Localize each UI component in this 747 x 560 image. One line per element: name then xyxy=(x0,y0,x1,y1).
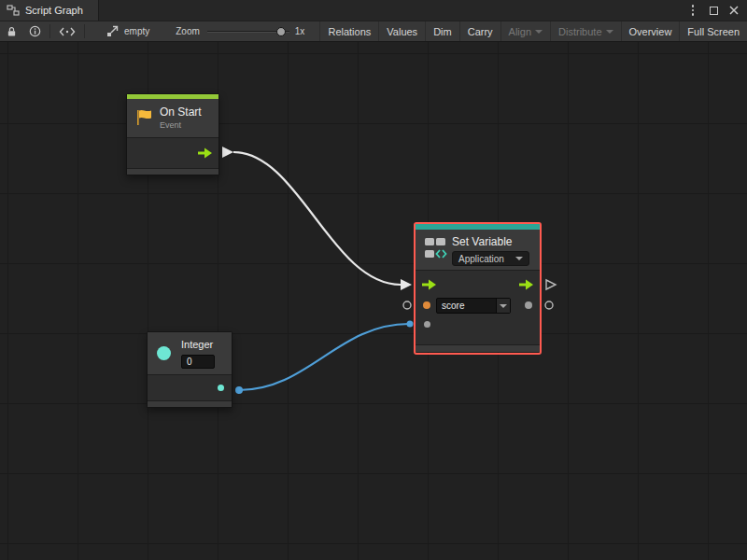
values-button[interactable]: Values xyxy=(378,21,425,41)
zoom-value-label: 1x xyxy=(295,26,305,36)
value-input-dot[interactable] xyxy=(424,321,430,328)
zoom-slider-handle[interactable] xyxy=(276,27,286,36)
integer-value-field[interactable]: 0 xyxy=(181,355,215,369)
value-output-dot[interactable] xyxy=(525,301,532,309)
variable-scope-value: Application xyxy=(458,254,504,264)
script-graph-icon xyxy=(7,4,20,17)
integer-value-output-port[interactable] xyxy=(235,386,243,394)
node-set-variable-selection: Set Variable Application xyxy=(414,222,542,355)
dropdown-caret-button[interactable] xyxy=(496,299,510,313)
dim-button[interactable]: Dim xyxy=(425,21,459,41)
chevron-down-icon xyxy=(500,304,507,308)
chevron-down-icon xyxy=(515,257,523,260)
node-set-variable[interactable]: Set Variable Application xyxy=(416,224,540,352)
close-button[interactable] xyxy=(726,3,741,18)
chevron-down-icon xyxy=(606,30,613,34)
lock-icon xyxy=(6,25,18,38)
set-variable-value-output-port[interactable] xyxy=(545,301,553,309)
toolbar-separator xyxy=(49,24,50,38)
flow-wire-end-arrow xyxy=(401,279,412,290)
info-icon xyxy=(29,25,41,37)
set-variable-icon xyxy=(422,235,448,261)
kebab-menu-icon xyxy=(692,5,695,16)
on-start-flow-output-port[interactable] xyxy=(222,147,233,158)
node-title: On Start xyxy=(160,105,202,119)
flag-icon xyxy=(134,108,155,127)
graph-name-label: empty xyxy=(124,26,149,36)
value-connection-wire[interactable] xyxy=(239,324,409,390)
script-graph-window: Script Graph xyxy=(0,0,747,560)
distribute-dropdown-button[interactable]: Distribute xyxy=(550,21,620,41)
node-header: Set Variable Application xyxy=(416,230,540,271)
tab-script-graph[interactable]: Script Graph xyxy=(0,0,99,21)
info-button[interactable] xyxy=(23,21,47,41)
maximize-icon xyxy=(710,7,718,15)
toolbar-button-group: Relations Values Dim Carry Align Distrib… xyxy=(319,21,747,41)
code-brackets-icon xyxy=(59,26,76,37)
window-controls xyxy=(685,0,747,21)
maximize-button[interactable] xyxy=(706,3,721,18)
toolbar-separator xyxy=(84,24,85,38)
carry-button[interactable]: Carry xyxy=(459,21,500,41)
value-wire-end-dot xyxy=(407,321,414,328)
align-dropdown-button[interactable]: Align xyxy=(500,21,550,41)
code-view-button[interactable] xyxy=(53,21,81,41)
integer-value: 0 xyxy=(182,356,214,368)
lock-button[interactable] xyxy=(0,21,23,41)
node-subtitle: Event xyxy=(160,120,181,130)
connection-layer xyxy=(0,42,747,560)
chevron-down-icon xyxy=(535,30,543,34)
integer-output-dot[interactable] xyxy=(218,385,224,391)
graph-breadcrumb-icon xyxy=(106,25,119,37)
window-tab-bar: Script Graph xyxy=(0,0,747,21)
relations-button[interactable]: Relations xyxy=(319,21,378,41)
flow-connection-wire[interactable] xyxy=(233,152,401,285)
graph-canvas[interactable]: On Start Event xyxy=(0,42,747,560)
node-body xyxy=(148,375,232,400)
flow-input-arrow-icon[interactable] xyxy=(421,279,437,290)
flow-output-arrow-icon[interactable] xyxy=(197,147,213,159)
variable-name-input-port[interactable] xyxy=(423,301,430,309)
node-header: On Start Event xyxy=(127,99,218,138)
flow-output-arrow-icon[interactable] xyxy=(518,279,534,290)
variable-name-value: score xyxy=(437,299,496,313)
tab-title: Script Graph xyxy=(25,5,83,16)
node-on-start[interactable]: On Start Event xyxy=(126,93,219,175)
node-footer xyxy=(127,168,218,175)
graph-breadcrumb-button[interactable] xyxy=(101,21,124,41)
set-variable-flow-output-port[interactable] xyxy=(546,280,556,289)
zoom-slider[interactable] xyxy=(207,21,289,41)
integer-type-icon xyxy=(157,346,171,360)
node-title: Integer xyxy=(181,339,213,350)
variable-name-dropdown[interactable]: score xyxy=(436,298,511,314)
overview-button[interactable]: Overview xyxy=(621,21,680,41)
full-screen-button[interactable]: Full Screen xyxy=(679,21,747,41)
node-integer[interactable]: Integer 0 xyxy=(147,331,233,408)
variable-scope-dropdown[interactable]: Application xyxy=(452,251,529,266)
close-icon xyxy=(729,6,739,15)
graph-toolbar: empty Zoom 1x Relations Values Dim Carry… xyxy=(0,21,747,42)
node-header: Integer 0 xyxy=(148,332,232,375)
set-variable-value-input-port[interactable] xyxy=(403,301,411,309)
node-title: Set Variable xyxy=(452,235,512,248)
zoom-label: Zoom xyxy=(176,26,200,36)
node-footer xyxy=(148,400,232,407)
node-footer xyxy=(416,344,540,352)
window-menu-button[interactable] xyxy=(685,3,700,18)
node-body: score xyxy=(416,271,540,344)
node-body xyxy=(127,138,218,168)
